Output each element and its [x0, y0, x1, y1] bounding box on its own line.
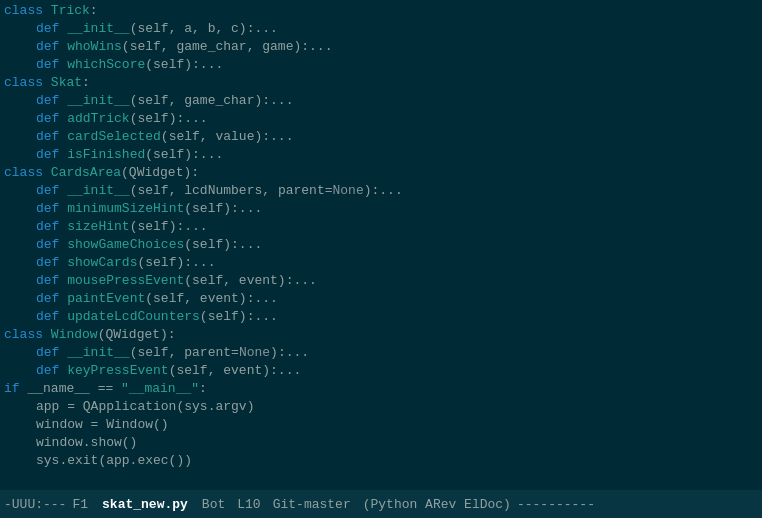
code-line: def whichScore(self):... [4, 56, 758, 74]
code-line: class CardsArea(QWidget): [4, 164, 758, 182]
status-mode: -UUU:--- [4, 497, 66, 512]
code-line: def showCards(self):... [4, 254, 758, 272]
code-line: def __init__(self, a, b, c):... [4, 20, 758, 38]
code-editor: class Trick: def __init__(self, a, b, c)… [0, 0, 762, 490]
status-python-info: (Python ARev ElDoc) [363, 497, 511, 512]
code-line: def cardSelected(self, value):... [4, 128, 758, 146]
code-line: window = Window() [4, 416, 758, 434]
code-line: def whoWins(self, game_char, game):... [4, 38, 758, 56]
status-git: Git-master [273, 497, 351, 512]
code-line: def __init__(self, game_char):... [4, 92, 758, 110]
code-line: def isFinished(self):... [4, 146, 758, 164]
status-bar: -UUU:--- F1 skat_new.py Bot L10 Git-mast… [0, 490, 762, 518]
code-line: class Window(QWidget): [4, 326, 758, 344]
code-line: def addTrick(self):... [4, 110, 758, 128]
code-line: def sizeHint(self):... [4, 218, 758, 236]
code-line: def mousePressEvent(self, event):... [4, 272, 758, 290]
status-line: L10 [237, 497, 260, 512]
status-dashes: ---------- [517, 497, 758, 512]
code-line: def __init__(self, parent=None):... [4, 344, 758, 362]
code-line: def showGameChoices(self):... [4, 236, 758, 254]
code-line: window.show() [4, 434, 758, 452]
code-line: if __name__ == "__main__": [4, 380, 758, 398]
code-line: app = QApplication(sys.argv) [4, 398, 758, 416]
status-bot: Bot [202, 497, 225, 512]
code-line: class Trick: [4, 2, 758, 20]
code-line: def updateLcdCounters(self):... [4, 308, 758, 326]
code-line: def paintEvent(self, event):... [4, 290, 758, 308]
status-f1: F1 [72, 497, 88, 512]
code-line: def __init__(self, lcdNumbers, parent=No… [4, 182, 758, 200]
code-line: sys.exit(app.exec()) [4, 452, 758, 470]
code-line: def keyPressEvent(self, event):... [4, 362, 758, 380]
code-line: def minimumSizeHint(self):... [4, 200, 758, 218]
status-filename: skat_new.py [102, 497, 188, 512]
code-line: class Skat: [4, 74, 758, 92]
